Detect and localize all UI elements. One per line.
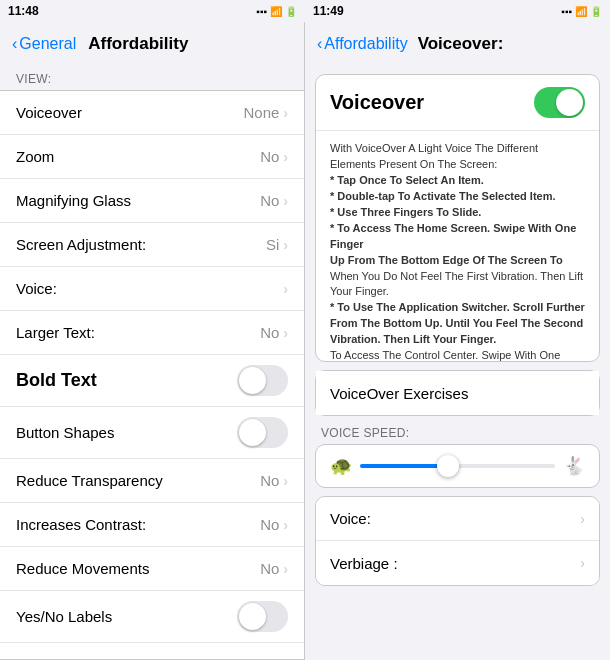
voiceover-exercises-card: VoiceOver Exercises <box>315 370 600 416</box>
voice-verbiage-list: Voice: › Verbiage : › <box>315 496 600 586</box>
battery-icon: 🔋 <box>285 6 297 17</box>
chevron-icon: › <box>283 561 288 577</box>
back-label-left: General <box>19 35 76 53</box>
speed-slider-track[interactable] <box>360 464 555 468</box>
chevron-icon: › <box>283 193 288 209</box>
back-button-left[interactable]: ‹ General <box>12 35 76 53</box>
section-view-header: VIEW: <box>0 66 304 90</box>
voiceover-card: Voiceover With VoiceOver A Light Voice T… <box>315 74 600 362</box>
voiceover-title: Voiceover <box>330 91 424 114</box>
battery-icon-right: 🔋 <box>590 6 602 17</box>
list-item-bold-text[interactable]: Bold Text <box>0 355 304 407</box>
list-item-yes-no-labels[interactable]: Yes/No Labels <box>0 591 304 643</box>
signal-icon: ▪▪▪ <box>256 6 267 17</box>
voiceover-toggle[interactable] <box>534 87 585 118</box>
signal-icon-right: ▪▪▪ <box>561 6 572 17</box>
yes-no-labels-toggle[interactable] <box>237 601 288 632</box>
chevron-icon-voice: › <box>580 511 585 527</box>
toggle-thumb-voiceover <box>556 89 583 116</box>
turtle-icon: 🐢 <box>330 455 352 477</box>
back-chevron-icon-right: ‹ <box>317 35 322 53</box>
chevron-icon-verbiage: › <box>580 555 585 571</box>
right-nav-title: Voiceover: <box>418 34 504 54</box>
slider-fill <box>360 464 448 468</box>
back-label-right: Affordability <box>324 35 407 53</box>
left-status-bar: 11:48 ▪▪▪ 📶 🔋 <box>0 0 305 22</box>
chevron-icon: › <box>283 281 288 297</box>
wifi-icon-right: 📶 <box>575 6 587 17</box>
chevron-icon: › <box>283 517 288 533</box>
list-item-zoom[interactable]: Zoom No › <box>0 135 304 179</box>
left-nav-title: Affordability <box>88 34 188 54</box>
exercises-label: VoiceOver Exercises <box>330 385 468 402</box>
voiceover-header: Voiceover <box>316 75 599 131</box>
list-item-face-id[interactable]: Face ID And Gaze Detection: › <box>0 643 304 660</box>
list-item-voice-right[interactable]: Voice: › <box>316 497 599 541</box>
back-button-right[interactable]: ‹ Affordability <box>317 35 408 53</box>
right-nav-bar: ‹ Affordability Voiceover: <box>305 22 610 66</box>
toggle-thumb <box>239 419 266 446</box>
list-item-button-shapes[interactable]: Button Shapes <box>0 407 304 459</box>
list-item-reduce-movements[interactable]: Reduce Movements No › <box>0 547 304 591</box>
bold-text-toggle[interactable] <box>237 365 288 396</box>
chevron-icon: › <box>283 149 288 165</box>
back-chevron-icon: ‹ <box>12 35 17 53</box>
voiceover-description: With VoiceOver A Light Voice The Differe… <box>316 131 599 361</box>
chevron-icon: › <box>283 105 288 121</box>
chevron-icon: › <box>283 237 288 253</box>
list-item-reduce-transparency[interactable]: Reduce Transparency No › <box>0 459 304 503</box>
chevron-icon: › <box>283 325 288 341</box>
chevron-icon: › <box>283 473 288 489</box>
voice-speed-header: VOICE SPEED: <box>305 420 610 444</box>
list-item-increases-contrast[interactable]: Increases Contrast: No › <box>0 503 304 547</box>
accessibility-list: Voiceover None › Zoom No › Magnifying Gl… <box>0 90 304 660</box>
toggle-thumb <box>239 603 266 630</box>
rabbit-icon: 🐇 <box>563 455 585 477</box>
left-panel: ‹ General Affordability VIEW: Voiceover … <box>0 22 305 660</box>
left-status-icons: ▪▪▪ 📶 🔋 <box>256 6 297 17</box>
slider-thumb[interactable] <box>437 455 459 477</box>
list-item-voiceover[interactable]: Voiceover None › <box>0 91 304 135</box>
chevron-icon: › <box>283 657 288 661</box>
button-shapes-toggle[interactable] <box>237 417 288 448</box>
list-item-larger-text[interactable]: Larger Text: No › <box>0 311 304 355</box>
right-time: 11:49 <box>313 4 344 18</box>
list-item-magnifying-glass[interactable]: Magnifying Glass No › <box>0 179 304 223</box>
voiceover-exercises-item[interactable]: VoiceOver Exercises <box>316 371 599 415</box>
left-nav-bar: ‹ General Affordability <box>0 22 304 66</box>
right-status-icons: ▪▪▪ 📶 🔋 <box>561 6 602 17</box>
speed-slider-container: 🐢 🐇 <box>315 444 600 488</box>
right-panel: ‹ Affordability Voiceover: Voiceover Wit… <box>305 22 610 660</box>
toggle-thumb <box>239 367 266 394</box>
list-item-verbiage[interactable]: Verbiage : › <box>316 541 599 585</box>
wifi-icon: 📶 <box>270 6 282 17</box>
right-status-bar: 11:49 ▪▪▪ 📶 🔋 <box>305 0 610 22</box>
left-time: 11:48 <box>8 4 39 18</box>
list-item-screen-adjustment[interactable]: Screen Adjustment: Si › <box>0 223 304 267</box>
list-item-voice[interactable]: Voice: › <box>0 267 304 311</box>
